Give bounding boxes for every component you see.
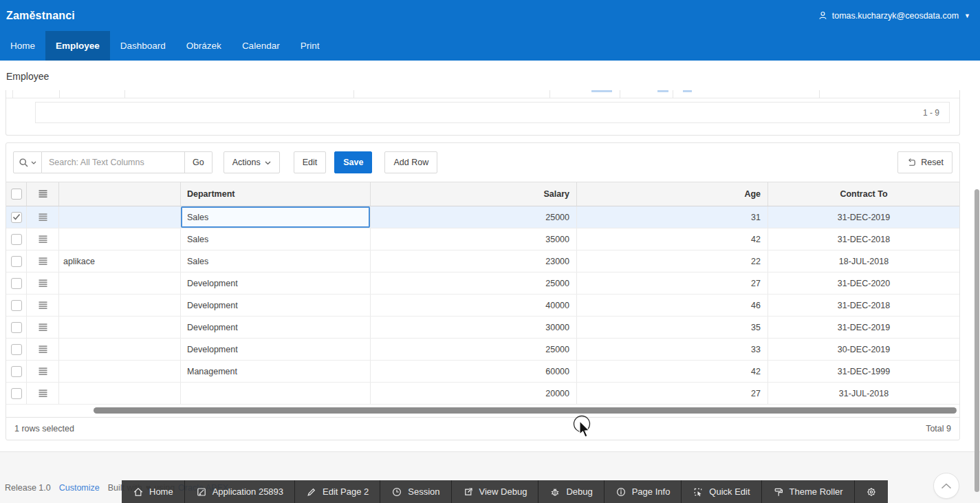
row-checkbox[interactable] [11,234,22,245]
row-checkbox[interactable] [11,322,22,333]
cell-age[interactable]: 35 [577,317,768,338]
row-checkbox[interactable] [11,300,22,311]
tab-home[interactable]: Home [0,31,45,61]
cell-name[interactable] [59,317,181,338]
cell-salary[interactable]: 25000 [371,272,577,294]
table-row[interactable]: 200002731-JUL-2018 [6,383,959,405]
cell-department[interactable]: Development [181,295,371,316]
table-row[interactable]: Sales350004231-DEC-2018 [6,228,959,250]
cell-name[interactable] [59,206,181,228]
cell-department[interactable]: Sales [181,206,371,228]
cell-name[interactable] [59,383,181,404]
cell[interactable] [27,295,59,316]
cell-salary[interactable]: 35000 [371,228,577,250]
row-checkbox[interactable] [11,344,22,355]
cell-department[interactable]: Development [181,317,371,338]
cell[interactable] [27,339,59,360]
cell[interactable] [27,206,59,228]
cell-age[interactable]: 46 [577,295,768,316]
cell-age[interactable]: 27 [577,272,768,294]
row-checkbox[interactable] [11,366,22,377]
cell[interactable] [27,272,59,294]
cell-age[interactable]: 42 [577,228,768,250]
cell[interactable] [6,206,27,228]
dev-toolbar-edit-page-2[interactable]: Edit Page 2 [295,480,380,503]
column-header-age[interactable]: Age [577,182,768,206]
dev-toolbar-debug[interactable]: Debug [538,480,604,503]
vertical-scrollbar-thumb[interactable] [974,189,979,492]
cell[interactable] [6,295,27,316]
table-row[interactable]: Management600004231-DEC-1999 [6,361,959,383]
table-row[interactable]: Development300003531-DEC-2019 [6,317,959,339]
dev-toolbar-view-debug[interactable]: View Debug [452,480,539,503]
cell-age[interactable]: 33 [577,339,768,360]
column-header-contract_to[interactable]: Contract To [768,182,959,206]
cell[interactable] [27,383,59,404]
save-button[interactable]: Save [334,151,372,173]
cell-salary[interactable]: 23000 [371,250,577,272]
cell-name[interactable] [59,272,181,294]
cell-department[interactable]: Sales [181,250,371,272]
cell-department[interactable]: Sales [181,228,371,250]
tab-employee[interactable]: Employee [45,31,110,61]
edit-button[interactable]: Edit [294,151,327,173]
row-checkbox[interactable] [11,388,22,399]
cell[interactable] [27,361,59,382]
row-checkbox[interactable] [11,256,22,267]
cell[interactable] [6,228,27,250]
column-header-menu[interactable] [27,182,59,206]
dev-toolbar-home[interactable]: Home [122,480,185,503]
tab-obrázek[interactable]: Obrázek [176,31,232,61]
cell-contract_to[interactable]: 31-DEC-2018 [768,228,959,250]
cell-name[interactable] [59,295,181,316]
cell[interactable] [6,272,27,294]
cell-salary[interactable]: 20000 [371,383,577,404]
cell-contract_to[interactable]: 31-DEC-2019 [768,206,959,228]
cell-salary[interactable]: 30000 [371,317,577,338]
cell-contract_to[interactable]: 31-DEC-2018 [768,295,959,316]
cell[interactable] [27,250,59,272]
dev-toolbar-theme-roller[interactable]: Theme Roller [762,480,855,503]
dev-toolbar-page-info[interactable]: Page Info [605,480,682,503]
cell-salary[interactable]: 25000 [371,206,577,228]
cell-contract_to[interactable]: 18-JUL-2018 [768,250,959,272]
cell-name[interactable] [59,339,181,360]
cell-contract_to[interactable]: 31-JUL-2018 [768,383,959,404]
dev-toolbar-gear[interactable] [855,480,888,503]
cell-age[interactable]: 27 [577,383,768,404]
cell-contract_to[interactable]: 30-DEC-2019 [768,339,959,360]
horizontal-scrollbar[interactable] [6,405,959,417]
cell-name[interactable]: aplikace [59,250,181,272]
row-checkbox[interactable] [11,278,22,289]
user-menu[interactable]: tomas.kucharzyk@ceosdata.com ▼ [818,10,980,21]
cell-name[interactable] [59,228,181,250]
tab-print[interactable]: Print [290,31,330,61]
table-row[interactable]: Development250003330-DEC-2019 [6,339,959,361]
column-header-department[interactable]: Department [181,182,371,206]
dev-toolbar-session[interactable]: Session [380,480,451,503]
cell-salary[interactable]: 60000 [371,361,577,382]
tab-calendar[interactable]: Calendar [232,31,290,61]
row-checkbox[interactable] [11,212,22,223]
cell-contract_to[interactable]: 31-DEC-2020 [768,272,959,294]
cell[interactable] [27,228,59,250]
dev-toolbar-quick-edit[interactable]: Quick Edit [682,480,761,503]
cell-department[interactable] [181,383,371,404]
cell-name[interactable] [59,361,181,382]
tab-dashboard[interactable]: Dashboard [110,31,176,61]
cell-age[interactable]: 42 [577,361,768,382]
cell-salary[interactable]: 40000 [371,295,577,316]
dev-toolbar-application-25893[interactable]: Application 25893 [185,480,295,503]
table-row[interactable]: Development250002731-DEC-2020 [6,272,959,295]
cell-department[interactable]: Management [181,361,371,382]
cell-department[interactable]: Development [181,339,371,360]
row-checkbox[interactable] [11,189,22,200]
cell-salary[interactable]: 25000 [371,339,577,360]
cell[interactable] [6,250,27,272]
cell-contract_to[interactable]: 31-DEC-2019 [768,317,959,338]
cell[interactable] [6,383,27,404]
column-header-salary[interactable]: Salary [371,182,577,206]
cell[interactable] [6,361,27,382]
cell-age[interactable]: 22 [577,250,768,272]
scroll-to-top-button[interactable] [933,473,959,499]
